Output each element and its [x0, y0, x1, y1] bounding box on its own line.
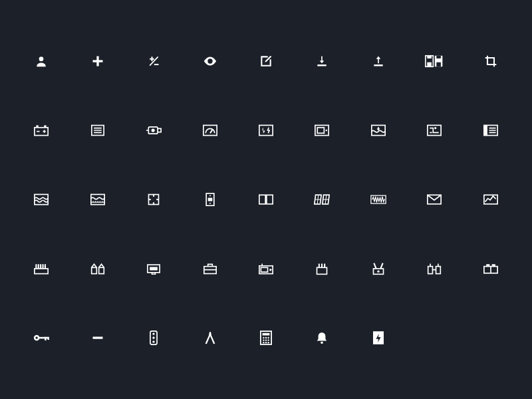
- eye-icon: [182, 27, 237, 96]
- line-chart-icon: [463, 165, 519, 234]
- svg-rect-11: [37, 125, 39, 127]
- gauge-icon: [182, 96, 237, 165]
- solar-panels-icon: [294, 165, 350, 234]
- icon-grid: [13, 27, 519, 372]
- svg-rect-58: [92, 336, 102, 338]
- svg-point-73: [265, 342, 267, 343]
- svg-point-47: [377, 271, 379, 273]
- svg-rect-30: [207, 198, 212, 201]
- plus-minus-icon: [126, 27, 182, 96]
- svg-point-61: [152, 336, 154, 338]
- svg-point-68: [267, 337, 269, 338]
- svg-point-69: [263, 339, 264, 340]
- compass-draw-icon: [182, 303, 237, 372]
- svg-rect-48: [428, 267, 433, 274]
- svg-rect-52: [491, 264, 495, 266]
- svg-rect-10: [35, 128, 48, 136]
- radio-device-icon: [238, 234, 294, 303]
- key-icon: [13, 303, 69, 372]
- svg-point-3: [209, 60, 211, 63]
- svg-rect-56: [45, 337, 47, 340]
- svg-point-66: [263, 337, 264, 338]
- minus-icon: [69, 303, 125, 372]
- plug-top-icon: [294, 234, 350, 303]
- svg-rect-38: [98, 267, 104, 273]
- svg-rect-5: [428, 63, 432, 67]
- svg-point-20: [326, 130, 328, 132]
- svg-point-60: [152, 332, 154, 334]
- side-panel-icon: [463, 96, 519, 165]
- vertical-slider-icon: [182, 165, 237, 234]
- svg-point-15: [152, 128, 155, 132]
- download-icon: [294, 27, 350, 96]
- water-level-icon: [350, 96, 406, 165]
- gas-electric-icon: [238, 96, 294, 165]
- twin-vessel-icon: [406, 234, 462, 303]
- vertical-bar-icon: [238, 165, 294, 234]
- svg-point-0: [39, 57, 44, 61]
- bell-icon: [294, 303, 350, 372]
- edit-icon: [238, 27, 294, 96]
- svg-point-71: [267, 339, 269, 340]
- svg-rect-17: [259, 125, 273, 135]
- svg-point-72: [263, 342, 264, 343]
- battery-icon: [13, 96, 69, 165]
- plus-icon: [69, 27, 125, 96]
- empty-cell: [463, 303, 519, 372]
- empty-cell: [406, 303, 462, 372]
- svg-rect-2: [92, 60, 102, 62]
- briefcase-icon: [182, 234, 237, 303]
- twin-building-icon: [69, 234, 125, 303]
- envelope-icon: [406, 165, 462, 234]
- svg-rect-49: [436, 267, 441, 274]
- pipe-diagram-icon: [406, 96, 462, 165]
- svg-rect-8: [437, 63, 442, 67]
- svg-point-74: [267, 342, 269, 343]
- svg-rect-57: [48, 337, 50, 340]
- svg-point-23: [434, 127, 436, 129]
- motor-icon: [126, 96, 182, 165]
- svg-rect-25: [484, 125, 487, 135]
- svg-rect-36: [35, 269, 48, 274]
- svg-point-54: [36, 336, 38, 338]
- svg-point-67: [265, 337, 267, 338]
- svg-point-70: [265, 339, 267, 340]
- svg-rect-6: [428, 56, 432, 59]
- svg-point-63: [209, 333, 211, 336]
- blocks-icon: [463, 234, 519, 303]
- svg-rect-16: [203, 125, 216, 135]
- svg-point-44: [269, 269, 271, 271]
- save-icon: [406, 27, 462, 96]
- svg-rect-45: [317, 267, 327, 274]
- wave-tank-icon: [13, 165, 69, 234]
- user-icon: [13, 27, 69, 96]
- waveform-icon: [350, 165, 406, 234]
- svg-point-75: [321, 341, 324, 344]
- upload-icon: [350, 27, 406, 96]
- wave-tank-scale-icon: [69, 165, 125, 234]
- svg-rect-55: [39, 337, 49, 339]
- svg-rect-22: [428, 125, 441, 135]
- arrows-out-icon: [126, 165, 182, 234]
- svg-rect-43: [261, 267, 267, 272]
- display-box-icon: [126, 234, 182, 303]
- svg-rect-37: [91, 267, 96, 273]
- tablet-device-icon: [294, 96, 350, 165]
- bolt-card-icon: [350, 303, 406, 372]
- calculator-icon: [238, 303, 294, 372]
- comb-icon: [13, 234, 69, 303]
- list-panel-icon: [69, 96, 125, 165]
- svg-rect-9: [437, 56, 442, 59]
- svg-point-62: [152, 340, 154, 342]
- svg-rect-12: [44, 125, 46, 127]
- svg-rect-32: [265, 195, 267, 204]
- bunny-ears-icon: [350, 234, 406, 303]
- svg-rect-40: [150, 267, 158, 271]
- crop-icon: [463, 27, 519, 96]
- svg-rect-51: [486, 264, 489, 266]
- svg-rect-65: [263, 333, 270, 336]
- traffic-light-icon: [126, 303, 182, 372]
- svg-rect-19: [318, 128, 325, 133]
